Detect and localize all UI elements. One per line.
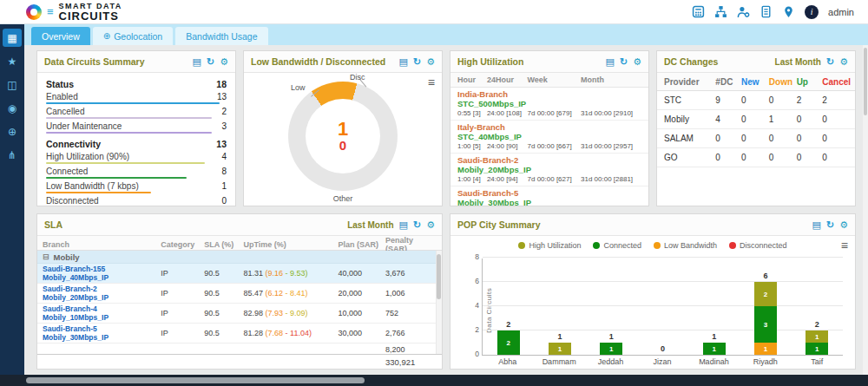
sla-scrollbar[interactable] (436, 251, 442, 354)
hu-entry-india-branch[interactable]: India-BranchSTC_500Mbps_IP0:55 [3]24:00 … (450, 88, 648, 121)
refresh-icon[interactable]: ↻ (413, 57, 421, 67)
collapse-icon[interactable]: ⊟ (43, 252, 49, 261)
sla-row-saudi-branch-155[interactable]: Saudi-Branch-155Mobily_40Mbps_IPIP90.581… (37, 264, 442, 284)
bar-jeddah[interactable]: 11 (586, 258, 637, 355)
gear-icon[interactable]: ⚙ (633, 57, 641, 67)
dc-row-go: GO00000 (657, 148, 855, 167)
legend-high[interactable]: High Utilization (518, 241, 581, 250)
panel-title: POP City Summary (457, 219, 541, 230)
period-label: Last Month (347, 220, 393, 230)
sitemap-icon[interactable] (714, 5, 727, 18)
sidebar-item-network[interactable]: ⋔ (3, 146, 22, 164)
bar-madinah[interactable]: 11 (688, 258, 740, 355)
tab-geolocation[interactable]: ⊕Geolocation (93, 27, 173, 45)
summary-item-row: Enabled13 (46, 91, 227, 102)
hu-branch-name: Saudi-Branch-5 (457, 188, 641, 198)
sidebar-item-users[interactable]: ◉ (3, 99, 22, 117)
dc-value: 0 (822, 114, 848, 124)
vertical-scrollbar[interactable] (863, 45, 868, 375)
sla-row-saudi-branch-2[interactable]: Saudi-Branch-2Mobily_20Mbps_IPIP90.585.4… (37, 284, 442, 304)
sla-uptime-range-high: - 8.41) (283, 289, 308, 298)
bar-stack: 1 (549, 343, 571, 355)
horizontal-scrollbar[interactable] (0, 375, 868, 386)
horizontal-scrollbar-thumb[interactable] (26, 377, 365, 383)
bar-abha[interactable]: 22 (483, 258, 534, 355)
chart-menu-icon[interactable]: ≡ (428, 75, 435, 89)
bar-jizan[interactable]: 0 (637, 258, 688, 355)
sidebar-item-globe[interactable]: ⊕ (3, 122, 22, 141)
bar-dammam[interactable]: 11 (534, 258, 585, 355)
gear-icon[interactable]: ⚙ (426, 220, 435, 230)
sla-row-saudi-branch-4[interactable]: Saudi-Branch-4Mobily_10Mbps_IPIP90.582.9… (37, 304, 442, 324)
gear-icon[interactable]: ⚙ (839, 57, 848, 67)
info-icon[interactable]: i (805, 5, 819, 19)
summary-item-connected: Connected8 (46, 166, 227, 179)
donut-chart[interactable]: 1 0 Disc Low Other (273, 75, 412, 203)
location-icon[interactable] (782, 5, 795, 18)
hu-value: 1:00 [5] (457, 142, 487, 150)
sidebar-item-dashboard[interactable]: ▦ (3, 29, 22, 47)
bar-riyadh[interactable]: 1326 (740, 258, 791, 355)
report-icon[interactable]: ▤ (399, 57, 408, 67)
hu-circuit-name: Mobily_20Mbps_IP (457, 165, 641, 174)
menu-icon[interactable]: ≡ (47, 5, 54, 18)
report-icon[interactable] (760, 5, 773, 18)
sidebar-item-favorites[interactable]: ★ (3, 52, 22, 70)
summary-group-status: Status18 (46, 75, 227, 91)
dc-value: 0 (822, 153, 848, 162)
x-label-madinah: Madinah (688, 357, 740, 366)
summary-item-label: High Utilization (90%) (46, 152, 129, 161)
gear-icon[interactable]: ⚙ (426, 57, 435, 67)
gear-icon[interactable]: ⚙ (839, 220, 848, 230)
tab-overview[interactable]: Overview (31, 27, 90, 45)
legend-disconnected[interactable]: Disconnected (729, 241, 787, 250)
sla-row-saudi-branch-5[interactable]: Saudi-Branch-5Mobily_30Mbps_IPIP90.581.2… (37, 324, 442, 343)
refresh-icon[interactable]: ↻ (826, 57, 834, 67)
hu-branch-name: Saudi-Branch-2 (457, 155, 641, 165)
report-icon[interactable]: ▤ (399, 220, 408, 230)
refresh-icon[interactable]: ↻ (620, 57, 628, 67)
report-icon[interactable]: ▤ (193, 57, 201, 67)
dc-column-cancel: Cancel (822, 77, 848, 87)
report-icon[interactable]: ▤ (606, 57, 615, 67)
dc-column--dc: #DC (715, 77, 741, 87)
user-settings-icon[interactable] (737, 5, 750, 18)
legend-low[interactable]: Low Bandwidth (654, 241, 717, 250)
sla-category: IP (161, 289, 204, 298)
summary-group-label: Connectivity (46, 139, 101, 149)
hu-entry-italy-branch[interactable]: Italy-BranchSTC_40Mbps_IP1:00 [5]24:00 [… (450, 121, 648, 154)
hu-entry-saudi-branch-2[interactable]: Saudi-Branch-2Mobily_20Mbps_IP1:00 [4]24… (450, 154, 648, 186)
legend-connected[interactable]: Connected (593, 241, 641, 250)
hu-entry-saudi-branch-5[interactable]: Saudi-Branch-5Mobily_30Mbps_IP1:00 [6]24… (450, 186, 648, 206)
sla-penalty: 3,676 (385, 269, 437, 278)
refresh-icon[interactable]: ↻ (413, 220, 421, 230)
bars-area: 2211110111326112 (483, 258, 843, 355)
left-sidebar: ▦★◫◉⊕⋔ (0, 24, 24, 375)
gear-icon[interactable]: ⚙ (220, 57, 228, 67)
sla-column-plan-sar-: Plan (SAR) (338, 240, 385, 249)
refresh-icon[interactable]: ↻ (826, 220, 834, 230)
calculator-icon[interactable] (692, 5, 705, 18)
tab-bandwidth-usage[interactable]: Bandwidth Usage (175, 27, 267, 45)
sla-circuit-name: Mobily_30Mbps_IP (43, 333, 161, 342)
sla-grand-total-row: 330,921 (37, 354, 442, 369)
summary-item-value: 2 (221, 107, 227, 116)
report-icon[interactable]: ▤ (812, 220, 821, 230)
y-tick: 8 (469, 252, 479, 261)
bar-total-value: 1 (688, 332, 740, 341)
user-menu[interactable]: admin (828, 7, 854, 17)
sla-uptime-range-high: - 11.04) (283, 329, 312, 337)
summary-item-label: Enabled (46, 92, 78, 101)
hu-value: 24:00 [94] (487, 175, 528, 183)
summary-item-label: Cancelled (46, 107, 84, 116)
sla-scrollbar-thumb[interactable] (437, 254, 441, 299)
vertical-scrollbar-thumb[interactable] (864, 48, 867, 115)
dc-value: 0 (769, 95, 797, 105)
sidebar-item-monitor[interactable]: ◫ (3, 75, 22, 94)
sla-group-row-mobily[interactable]: ⊟Mobily (37, 251, 442, 264)
chart-menu-icon[interactable]: ≡ (841, 239, 848, 252)
refresh-icon[interactable]: ↻ (207, 57, 214, 67)
bar-taif[interactable]: 112 (792, 258, 843, 355)
segment-value: 1 (815, 333, 819, 341)
bar-total-value: 1 (586, 332, 637, 341)
